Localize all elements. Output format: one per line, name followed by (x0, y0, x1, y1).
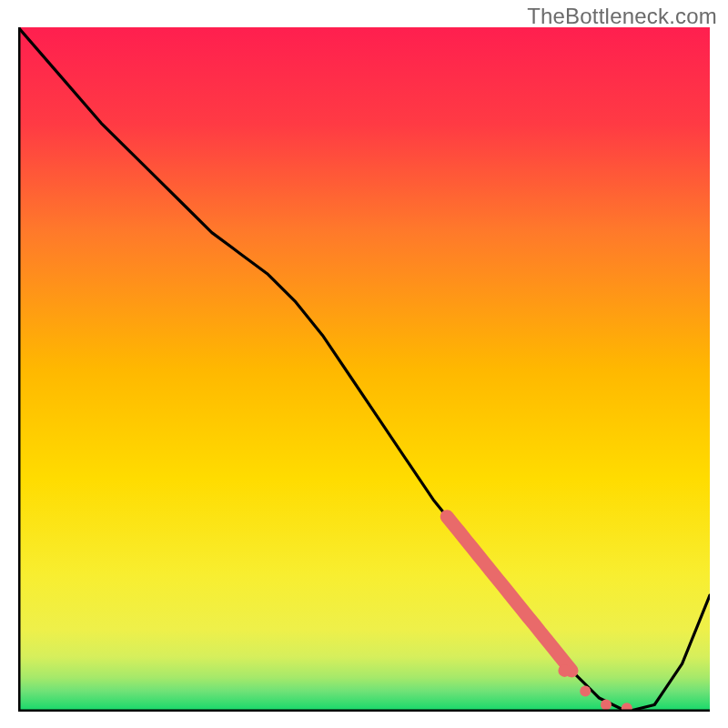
highlight-point (580, 685, 591, 696)
watermark-text: TheBottleneck.com (527, 4, 717, 29)
highlight-point (601, 700, 612, 711)
highlight-point (558, 664, 571, 677)
chart-container: TheBottleneck.com (0, 0, 728, 728)
gradient-background (18, 27, 710, 712)
plot-area (18, 27, 710, 712)
chart-svg (18, 27, 710, 712)
